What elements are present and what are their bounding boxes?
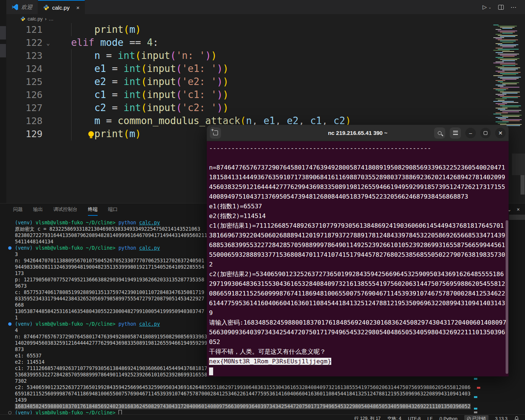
minimap-line [500,119,522,120]
minimap-line [498,123,506,124]
status-item--python[interactable]: {} Python [439,416,458,420]
new-tab-button[interactable] [210,127,221,139]
editor-scrollbar[interactable] [521,175,525,195]
terminal-text: c2: 534065901232526372736501992843594256… [15,385,471,390]
minimap-line [498,54,519,54]
minimap-line [498,58,519,59]
code-text: n = int(input('n: ')) [48,49,217,62]
code-line[interactable]: 122⌄ elif mode == 4: [6,36,525,49]
code-token: = [112,76,118,87]
status-item--[interactable]: 已注销 [464,415,488,420]
panel-tab-输出[interactable]: 输出 [33,206,43,216]
line-number-gutter: 127 [6,101,48,114]
nc-terminal-scrollbar[interactable] [506,220,508,374]
breadcrumb[interactable]: calc.py › … [6,14,525,23]
command-decoration-icon[interactable] [8,322,12,326]
minimap-line [500,32,515,32]
minimap-line [502,65,515,66]
nc-terminal-content[interactable]: ----------------------------------------… [207,141,509,376]
panel-tab-端口[interactable]: 端口 [108,206,118,216]
command-decoration-icon[interactable] [8,411,12,414]
minimap-line [500,87,519,88]
code-token: int [124,102,141,113]
code-token: ( [141,63,147,74]
panel-tab-调试控制台[interactable]: 调试控制台 [53,206,78,216]
status-item-utf-8[interactable]: UTF-8 [408,416,421,420]
code-line[interactable]: 123 n = int(input('n: ')) [6,49,525,62]
menu-button[interactable] [450,127,461,139]
minimap-line [493,75,503,76]
code-token: 'n: ' [176,50,205,61]
nc-terminal-window[interactable]: nc 219.216.65.41 390 ~ – ✕ -------------… [207,125,509,376]
breadcrumb-more[interactable]: … [49,16,54,22]
status-item-lf[interactable]: LF [427,416,433,420]
code-token: ( [135,50,141,61]
code-token: : [153,37,159,48]
terminal-text: 9449833602811324639964819004823513539998… [15,264,204,270]
terminal-text: python [118,245,139,251]
nc-terminal-titlebar[interactable]: nc 219.216.65.41 390 ~ – ✕ [207,125,509,141]
terminal-text: 4 [15,328,18,333]
terminal-scrollbar-track[interactable] [509,215,525,220]
code-token: int [124,76,141,87]
code-token [106,89,112,100]
maximize-button[interactable] [480,128,491,138]
split-editor-icon[interactable] [498,5,504,10]
lightbulb-icon[interactable] [88,131,94,137]
code-line[interactable]: 127 c2 = int(input('c2: ')) [6,101,525,114]
terminal-text: 3 [15,252,18,257]
code-token [112,115,118,126]
panel-tab-问题[interactable]: 问题 [13,206,23,216]
command-decoration-icon[interactable] [8,246,12,250]
code-token: = [106,50,112,61]
run-dropdown-icon[interactable]: ⌄ [488,5,491,9]
ruler-mark [474,378,477,380]
more-actions-icon[interactable]: ⋯ [510,4,517,11]
minimap-line [498,31,517,31]
panel-close-icon[interactable]: × [517,206,520,212]
code-line[interactable]: 126 c1 = int(input('c1: ')) [6,88,525,101]
minimap-slider[interactable] [512,154,525,175]
tab-welcome[interactable]: 欢迎 [6,0,38,14]
code-token: = [112,63,118,74]
run-button[interactable]: ▷ ⌄ [483,4,491,10]
minimap-line [500,78,519,79]
status-item--4[interactable]: 空格: 4 [388,416,401,420]
search-button[interactable] [434,127,445,139]
nc-output-line: n=87464776576737290764580174763949280058… [209,163,507,202]
line-number: 127 [26,101,42,114]
status-item--129-17[interactable]: 行 129, 列 17 [354,416,381,420]
status-item-3-13-3[interactable]: 3.13.3 [495,416,507,420]
terminal-text [116,245,118,251]
minimap[interactable] [492,23,522,127]
panel-tab-终端[interactable]: 终端 [88,206,98,216]
tab-calc-py[interactable]: calc.py × [38,0,85,14]
terminal-text: (venv) [15,321,36,327]
minimap-line [500,55,517,56]
breadcrumb-file[interactable]: calc.py [28,16,42,22]
minimap-line [502,56,515,57]
minimize-button[interactable]: – [465,128,476,138]
minimap-line [502,28,512,29]
minimap-line [498,49,519,50]
close-button[interactable]: ✕ [495,128,506,138]
minimap-line [500,82,519,83]
minimap-line [496,29,501,30]
terminal-row: 1683485824598800183701761848569240230168… [0,403,525,410]
notifications-bell-icon[interactable] [514,416,519,420]
code-token: 'c1: ' [182,89,217,100]
code-token: 'e1: ' [182,63,217,74]
code-line[interactable]: 124 e1 = int(input('e1: ')) [6,62,525,75]
code-line[interactable]: 125 e2 = int(input('e2: ')) [6,75,525,88]
minimap-line [502,33,513,34]
code-token: 'e2: ' [182,76,217,87]
line-number-gutter: 124 [6,62,48,75]
code-token: = [112,89,118,100]
terminal-row: 7302 [0,378,525,384]
line-number: 128 [26,114,42,127]
minimap-line [500,92,520,92]
tab-close-icon[interactable]: × [76,5,80,10]
code-token: int [118,50,135,61]
code-token: ) [217,63,223,74]
code-line[interactable]: 121 print(m) [6,23,525,36]
